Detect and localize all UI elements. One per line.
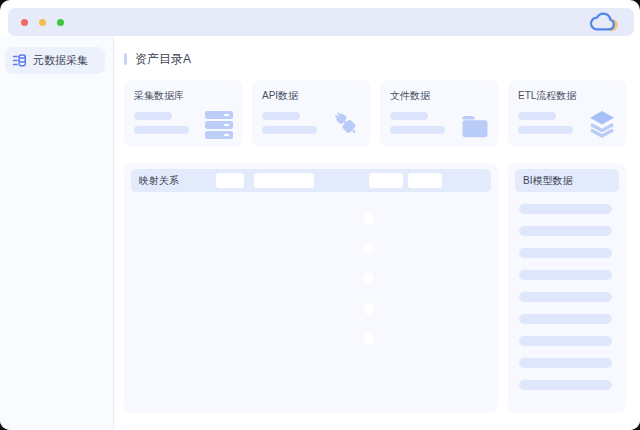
bi-model-panel: BI模型数据 <box>508 163 626 413</box>
placeholder-bar <box>262 112 300 120</box>
bi-panel-title: BI模型数据 <box>523 174 572 188</box>
card-title: 文件数据 <box>390 89 488 103</box>
placeholder-bar <box>134 112 172 120</box>
toggle-knob <box>363 303 374 314</box>
placeholder-bar <box>390 112 428 120</box>
sidebar: 元数据采集 <box>0 36 114 430</box>
mapping-row <box>134 294 488 310</box>
mapping-row <box>134 234 488 250</box>
card-etl-process-data[interactable]: ETL流程数据 <box>508 80 626 147</box>
mapping-row <box>134 324 488 340</box>
mapping-panel: 映射关系 <box>124 163 498 413</box>
toggle-knob <box>363 243 374 254</box>
main-content: 资产目录A 采集数据库 <box>114 36 640 430</box>
mapping-rows <box>131 204 491 340</box>
placeholder-bar <box>518 126 573 134</box>
header-action-button[interactable] <box>216 173 244 188</box>
toggle-knob <box>363 213 374 224</box>
data-source-cards: 采集数据库 API数据 <box>124 80 626 147</box>
sidebar-item-metadata-collection[interactable]: 元数据采集 <box>5 47 105 74</box>
card-collect-database[interactable]: 采集数据库 <box>124 80 242 147</box>
bi-model-list <box>515 204 619 390</box>
plug-icon <box>331 109 361 139</box>
placeholder-bar <box>134 126 189 134</box>
bi-panel-header: BI模型数据 <box>515 169 619 192</box>
mapping-panel-header: 映射关系 <box>131 169 491 192</box>
placeholder-bar <box>390 126 445 134</box>
header-action-button[interactable] <box>408 173 442 188</box>
toggle-knob <box>363 333 374 344</box>
bi-model-item-placeholder <box>519 314 612 324</box>
minimize-window-button[interactable] <box>39 19 46 26</box>
placeholder-bar <box>262 126 317 134</box>
mapping-row <box>134 204 488 220</box>
close-window-button[interactable] <box>21 19 28 26</box>
layers-icon <box>587 109 617 139</box>
app-window: 元数据采集 资产目录A 采集数据库 <box>0 0 640 430</box>
cloud-icon <box>587 10 621 34</box>
window-controls <box>21 19 64 26</box>
bi-model-item-placeholder <box>519 248 612 258</box>
header-action-button[interactable] <box>254 173 314 188</box>
mapping-panel-title: 映射关系 <box>139 174 179 188</box>
maximize-window-button[interactable] <box>57 19 64 26</box>
bi-model-item-placeholder <box>519 226 612 236</box>
sidebar-item-label: 元数据采集 <box>33 53 88 68</box>
folder-icon <box>461 114 489 139</box>
mapping-row <box>134 264 488 280</box>
bi-model-item-placeholder <box>519 270 612 280</box>
card-api-data[interactable]: API数据 <box>252 80 370 147</box>
database-server-icon <box>205 111 233 139</box>
placeholder-bar <box>518 112 556 120</box>
card-title: 采集数据库 <box>134 89 232 103</box>
header-action-button[interactable] <box>369 173 403 188</box>
bi-model-item-placeholder <box>519 380 612 390</box>
breadcrumb: 资产目录A <box>124 51 626 67</box>
metadata-collection-icon <box>12 53 27 68</box>
card-title: API数据 <box>262 89 360 103</box>
toggle-knob <box>363 273 374 284</box>
card-file-data[interactable]: 文件数据 <box>380 80 498 147</box>
card-title: ETL流程数据 <box>518 89 616 103</box>
titlebar <box>8 8 634 36</box>
page-title: 资产目录A <box>135 51 191 68</box>
bi-model-item-placeholder <box>519 336 612 346</box>
bi-model-item-placeholder <box>519 204 612 214</box>
bi-model-item-placeholder <box>519 292 612 302</box>
title-accent-bar <box>124 53 127 65</box>
bi-model-item-placeholder <box>519 358 612 368</box>
